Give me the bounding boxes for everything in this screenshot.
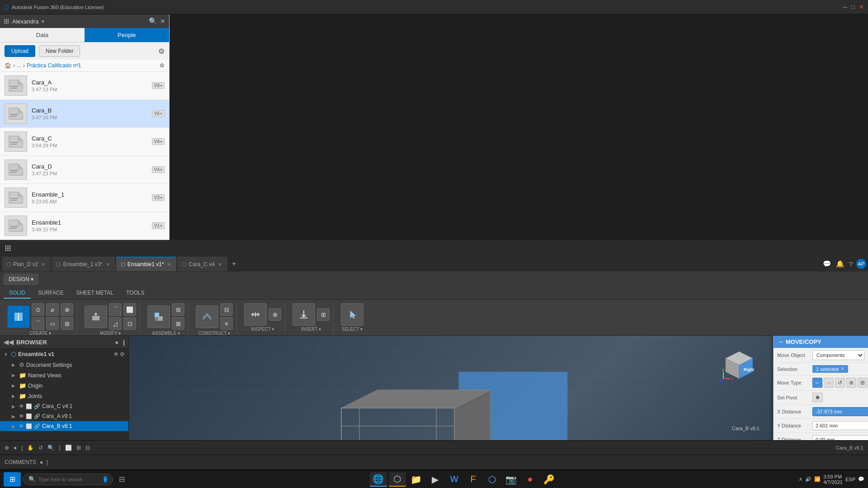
comment-icon[interactable]: 💬 bbox=[822, 259, 832, 269]
measure-icon[interactable] bbox=[244, 303, 267, 326]
move-object-select[interactable]: Components bbox=[812, 350, 864, 360]
tab-close-icon[interactable]: ✕ bbox=[40, 261, 46, 268]
extrude-icon[interactable] bbox=[7, 305, 30, 328]
chamfer-icon[interactable]: ◿ bbox=[109, 317, 122, 330]
draft-icon[interactable]: ⊡ bbox=[123, 317, 136, 330]
component-rotate-icon[interactable]: ⊞ bbox=[858, 378, 868, 388]
3d-viewport[interactable]: Right X Z Y Cara_B v6:1 bbox=[129, 336, 868, 440]
network-icon[interactable]: 📶 bbox=[814, 476, 821, 482]
browser-item-2[interactable]: ▶ 📁 Origin bbox=[0, 380, 128, 391]
set-pivot-button[interactable]: ⊕ bbox=[812, 393, 823, 402]
task-view-button[interactable]: ⊟ bbox=[115, 473, 128, 486]
display-mode-icon[interactable]: ⊞ bbox=[76, 445, 81, 451]
as-built-joint-icon[interactable]: ⊠ bbox=[172, 317, 184, 330]
along-axis-icon[interactable]: → bbox=[824, 378, 834, 388]
doc-tab-2[interactable]: ⬡ Ensamble1 v1* ✕ bbox=[116, 257, 177, 271]
free-move-icon[interactable]: ↔ bbox=[812, 378, 822, 388]
insert-derive-icon[interactable] bbox=[292, 303, 315, 326]
fillet-icon[interactable]: ⌒ bbox=[109, 303, 122, 316]
breadcrumb-gear-icon[interactable]: ⚙ bbox=[160, 62, 165, 69]
eye-icon[interactable]: 👁 bbox=[113, 351, 119, 357]
eye-icon[interactable]: 👁 bbox=[19, 404, 24, 409]
view-cube-icon[interactable]: ⬜ bbox=[65, 445, 72, 451]
file-item[interactable]: Cara_C 3:54:29 PM V4 ▾ bbox=[0, 128, 169, 156]
toolbar-tab-tools[interactable]: TOOLS bbox=[121, 288, 150, 299]
doc-tab-1[interactable]: ⬡ Ensamble_1 v3* ✕ bbox=[52, 257, 115, 271]
toolbar-tab-surface[interactable]: SURFACE bbox=[33, 288, 69, 299]
rotate-icon[interactable]: ↺ bbox=[835, 378, 845, 388]
browser-collapse-icon[interactable]: ◀◀ bbox=[4, 338, 14, 346]
component-xyz-icon[interactable]: ⊕ bbox=[846, 378, 856, 388]
minimize-button[interactable]: ─ bbox=[842, 4, 848, 10]
settings-gear-icon[interactable]: ⚙ bbox=[158, 47, 165, 56]
press-pull-icon[interactable] bbox=[85, 305, 107, 328]
taskbar-media-icon[interactable]: ▶ bbox=[427, 472, 444, 487]
version-badge[interactable]: V4 ▾ bbox=[152, 166, 165, 173]
analysis-icon[interactable]: ⊟ bbox=[85, 445, 90, 451]
browser-item-6[interactable]: ▶ 👁⬜🔗 Cara_B v6:1 bbox=[0, 421, 128, 431]
eye-icon[interactable]: 👁 bbox=[19, 423, 24, 429]
design-dropdown-button[interactable]: DESIGN ▾ bbox=[4, 274, 38, 285]
tray-arrow-icon[interactable]: ∧ bbox=[799, 476, 802, 482]
select-icon[interactable] bbox=[341, 303, 363, 326]
browser-root-item[interactable]: ▼ ⬡ Ensamble1 v1 👁 ⚙ bbox=[0, 349, 128, 360]
tab-data[interactable]: Data bbox=[0, 28, 85, 42]
doc-tab-0[interactable]: ⬡ Plan_D v2 ✕ bbox=[2, 257, 51, 271]
notification-bell-icon[interactable]: 🔔 bbox=[835, 259, 845, 269]
home-icon[interactable]: 🏠 bbox=[5, 62, 11, 69]
decal-icon[interactable]: ⊞ bbox=[317, 308, 330, 321]
comments-record-icon[interactable]: ● bbox=[40, 459, 43, 465]
file-item[interactable]: Ensamble1 3:49:15 PM V1 ▾ bbox=[0, 212, 169, 240]
settings-icon[interactable]: ⚙ bbox=[120, 351, 125, 357]
emboss-icon[interactable]: ⊞ bbox=[61, 317, 73, 330]
taskbar-app9-icon[interactable]: 🔑 bbox=[541, 472, 558, 487]
start-button[interactable]: ⊞ bbox=[4, 472, 21, 487]
taskbar-f-icon[interactable]: F bbox=[465, 472, 482, 487]
version-badge[interactable]: V4 ▾ bbox=[152, 138, 165, 145]
doc-tab-3[interactable]: ⬡ Cara_C v4 ✕ bbox=[177, 257, 227, 271]
file-item[interactable]: Cara_A 3:47:13 PM V9 ▾ bbox=[0, 72, 169, 100]
web-icon[interactable]: ⊕ bbox=[61, 303, 73, 316]
browser-pin-icon[interactable]: | bbox=[123, 339, 125, 346]
loft-icon[interactable]: ⌀ bbox=[46, 303, 59, 316]
maximize-button[interactable]: □ bbox=[850, 4, 856, 10]
sidebar-close-icon[interactable]: ✕ bbox=[160, 18, 165, 25]
taskbar-fusion-icon[interactable]: ⬡ bbox=[389, 472, 406, 487]
version-badge[interactable]: V6 ▾ bbox=[152, 110, 165, 117]
browser-options-icon[interactable]: ● bbox=[115, 339, 119, 346]
new-component-icon[interactable] bbox=[147, 305, 170, 328]
toolbar-tab-solid[interactable]: SOLID bbox=[4, 288, 31, 299]
interference-icon[interactable]: ⊕ bbox=[269, 308, 281, 321]
taskbar-app6-icon[interactable]: ⬡ bbox=[484, 472, 501, 487]
orbit-icon[interactable]: ↺ bbox=[38, 445, 43, 451]
selection-clear-icon[interactable]: ✕ bbox=[840, 366, 844, 372]
new-folder-button[interactable]: New Folder bbox=[39, 45, 80, 57]
sidebar-search-icon[interactable]: 🔍 bbox=[149, 17, 157, 25]
file-item[interactable]: Cara_D 3:47:23 PM V4 ▾ bbox=[0, 156, 169, 184]
record-icon[interactable]: ● bbox=[14, 445, 17, 451]
tab-people[interactable]: People bbox=[85, 28, 169, 42]
taskbar-search-input[interactable] bbox=[38, 477, 101, 482]
file-item[interactable]: Cara_B 3:47:16 PM V6 ▾ bbox=[0, 100, 169, 128]
browser-item-5[interactable]: ▶ 👁⬜🔗 Cara_A v9:1 bbox=[0, 411, 128, 421]
notification-icon[interactable]: 💬 bbox=[858, 476, 864, 482]
volume-icon[interactable]: 🔊 bbox=[805, 476, 811, 482]
browser-item-3[interactable]: ▶ 📁 Joints bbox=[0, 391, 128, 401]
user-avatar[interactable]: AP bbox=[856, 259, 866, 269]
new-tab-button[interactable]: + bbox=[228, 258, 240, 270]
tab-close-icon[interactable]: ✕ bbox=[217, 261, 223, 268]
file-item[interactable]: Ensamble_1 9:23:05 AM V3 ▾ bbox=[0, 184, 169, 212]
sidebar-user-chevron[interactable]: ▾ bbox=[42, 19, 44, 24]
help-icon[interactable]: ? bbox=[848, 259, 854, 269]
nav-cube[interactable]: Right X Z Y bbox=[719, 345, 760, 385]
taskbar-word-icon[interactable]: W bbox=[446, 472, 463, 487]
taskbar-search[interactable]: 🔍 ○ bbox=[23, 474, 113, 485]
toolbar-tab-sheet-metal[interactable]: SHEET METAL bbox=[71, 288, 119, 299]
version-badge[interactable]: V1 ▾ bbox=[152, 222, 165, 229]
browser-item-0[interactable]: ▶ ⚙ Document Settings bbox=[0, 360, 128, 370]
snap-icon[interactable]: ⊕ bbox=[5, 445, 9, 451]
zoom-icon[interactable]: 🔍 bbox=[47, 445, 54, 451]
tab-close-icon[interactable]: ✕ bbox=[166, 261, 172, 268]
offset-plane-icon[interactable] bbox=[196, 305, 218, 328]
taskbar-app7-icon[interactable]: 📷 bbox=[503, 472, 520, 487]
